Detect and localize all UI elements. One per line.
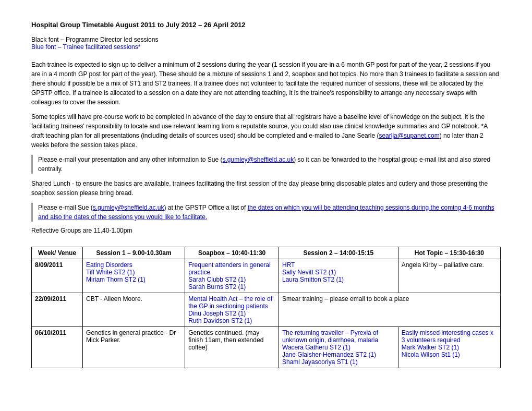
legend-blue: Blue font – Trainee facilitated sessions… xyxy=(31,43,501,51)
cell-date-2: 22/09/2011 xyxy=(32,293,83,327)
cell-soapbox-2: Mental Health Act – the role of the GP i… xyxy=(185,293,279,327)
soapbox-content-3: Genetics continued. (may finish 11am, th… xyxy=(188,329,275,351)
cell-date-3: 06/10/2011 xyxy=(32,327,83,368)
para-1: Each trainee is expected to sign up to d… xyxy=(31,60,501,107)
session2-person2-1: Laura Smitton ST2 (1) xyxy=(282,276,395,283)
reflective-groups: Reflective Groups are 11.40-1.00pm xyxy=(31,227,501,234)
para-5: Please e-mail Sue (s.gumley@sheffield.ac… xyxy=(38,203,501,222)
cell-soapbox-1: Frequent attenders in general practice S… xyxy=(185,259,279,293)
blockquote-2: Please e-mail Sue (s.gumley@sheffield.ac… xyxy=(31,203,501,222)
table-row: 22/09/2011 CBT - Aileen Moore. Mental He… xyxy=(32,293,501,327)
col-header-hottopic: Hot Topic – 15:30-16:30 xyxy=(398,247,500,259)
session2-person1-3: Wacera Gatheru ST2 (1) xyxy=(282,344,395,351)
soapbox-person2-1: Sarah Burns ST2 (1) xyxy=(188,283,275,291)
para-5-pre: Please e-mail Sue ( xyxy=(38,204,93,211)
gumley-link-2[interactable]: s.gumley@sheffield.ac.uk xyxy=(93,204,164,211)
timetable: Week/ Venue Session 1 – 9.00-10.30am Soa… xyxy=(31,247,501,368)
session1-person2-1: Miriam Thorn ST2 (1) xyxy=(86,276,182,283)
hottopic-person2-3: Nicola Wilson St1 (1) xyxy=(402,351,497,358)
cell-session1-3: Genetics in general practice - Dr Mick P… xyxy=(83,327,185,368)
session2-topic-3: The returning traveller – Pyrexia of unk… xyxy=(282,329,395,344)
col-header-session2: Session 2 – 14:00-15:15 xyxy=(279,247,398,259)
session1-topic-1: Eating Disorders xyxy=(86,261,182,269)
page-title: Hospital Group Timetable August 2011 to … xyxy=(31,21,501,29)
session1-person1-1: Tiff White ST2 (1) xyxy=(86,269,182,276)
hottopic-person1-3: Mark Walker ST2 (1) xyxy=(402,344,497,351)
session2-person2-3: Jane Glaisher-Hernandez ST2 (1) xyxy=(282,351,395,358)
soapbox-person2-2: Ruth Davidson ST2 (1) xyxy=(188,317,275,324)
para-4: Shared Lunch - to ensure the basics are … xyxy=(31,179,501,198)
session2-content-2: Smear training – please email to book a … xyxy=(282,295,497,303)
cell-session2-1: HRT Sally Nevitt ST2 (1) Laura Smitton S… xyxy=(279,259,398,293)
soapbox-topic-1: Frequent attenders in general practice xyxy=(188,261,275,276)
session2-topic-1: HRT xyxy=(282,261,395,269)
soapbox-topic-2: Mental Health Act – the role of the GP i… xyxy=(188,295,275,310)
searlja-link[interactable]: searlja@supanet.com xyxy=(379,132,439,139)
hottopic-topic-3: Easily missed interesting cases x 3 volu… xyxy=(402,329,497,344)
soapbox-person1-2: Dinu Joseph ST2 (1) xyxy=(188,310,275,317)
session2-person3-3: Shami Jayasooriya ST1 (1) xyxy=(282,358,395,366)
session1-content-3: Genetics in general practice - Dr Mick P… xyxy=(86,329,182,344)
para-3-pre: Please e-mail your presentation and any … xyxy=(38,156,223,163)
cell-date-1: 8/09/2011 xyxy=(32,259,83,293)
cell-session2-3: The returning traveller – Pyrexia of unk… xyxy=(279,327,398,368)
gumley-link-1[interactable]: s.gumley@sheffield.ac.uk xyxy=(223,156,294,163)
para-5-middle: ) at the GPSTP Office a list of xyxy=(164,204,247,211)
soapbox-person1-1: Sarah Clubb ST2 (1) xyxy=(188,276,275,283)
session1-content-2: CBT - Aileen Moore. xyxy=(86,295,182,303)
hottopic-content-1: Angela Kirby – palliative care. xyxy=(402,261,497,269)
session2-person1-1: Sally Nevitt ST2 (1) xyxy=(282,269,395,276)
cell-soapbox-3: Genetics continued. (may finish 11am, th… xyxy=(185,327,279,368)
para-3: Please e-mail your presentation and any … xyxy=(38,155,501,174)
cell-session1-1: Eating Disorders Tiff White ST2 (1) Miri… xyxy=(83,259,185,293)
col-header-session1: Session 1 – 9.00-10.30am xyxy=(83,247,185,259)
col-header-soapbox: Soapbox – 10:40-11:30 xyxy=(185,247,279,259)
para-2: Some topics will have pre-course work to… xyxy=(31,112,501,150)
table-row: 8/09/2011 Eating Disorders Tiff White ST… xyxy=(32,259,501,293)
legend-black: Black font – Programme Director led sess… xyxy=(31,36,501,43)
cell-session1-2: CBT - Aileen Moore. xyxy=(83,293,185,327)
col-header-week: Week/ Venue xyxy=(32,247,83,259)
cell-session2-2: Smear training – please email to book a … xyxy=(279,293,501,327)
table-row: 06/10/2011 Genetics in general practice … xyxy=(32,327,501,368)
cell-hottopic-3: Easily missed interesting cases x 3 volu… xyxy=(398,327,500,368)
cell-hottopic-1: Angela Kirby – palliative care. xyxy=(398,259,500,293)
blockquote-1: Please e-mail your presentation and any … xyxy=(31,155,501,174)
